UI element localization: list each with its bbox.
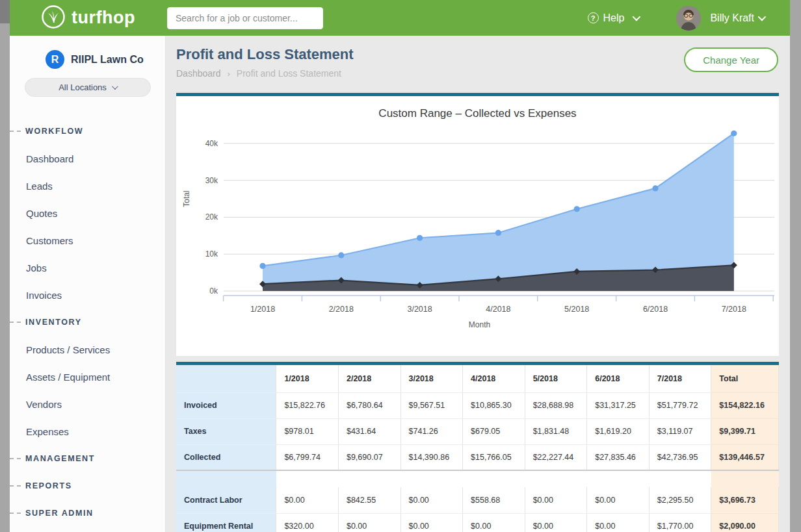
sidebar-item-quotes[interactable]: Quotes [10, 199, 165, 227]
nav-label: Dashboard [26, 153, 73, 164]
nav-label: REPORTS [25, 481, 72, 490]
total-cell: $154,822.16 [711, 392, 779, 418]
value-cell: $679.05 [463, 418, 525, 444]
x-tick-label: 5/2018 [564, 305, 589, 314]
pl-table-card: 1/20182/20183/20184/20185/20186/20187/20… [176, 362, 779, 532]
sidebar-item-assets-equipment[interactable]: Assets / Equipment [10, 363, 165, 390]
y-tick-label: 30k [205, 176, 218, 185]
data-point-collected [731, 131, 737, 136]
series-area-collected [263, 133, 734, 291]
sidebar-item-expenses[interactable]: Expenses [10, 418, 165, 445]
value-cell: $741.26 [400, 418, 463, 444]
sidebar-item-jobs[interactable]: Jobs [10, 254, 165, 281]
total-cell: $2,090.00 [711, 513, 779, 532]
nav-label: SUPER ADMIN [25, 509, 94, 518]
company-header[interactable]: R RIIPL Lawn Co [46, 50, 165, 69]
app-logo[interactable]: turfhop [41, 5, 164, 32]
value-cell: $22,227.44 [525, 444, 587, 470]
value-cell: $3,119.07 [649, 418, 711, 444]
change-year-button[interactable]: Change Year [684, 47, 778, 72]
dashed-line-icon [10, 485, 21, 487]
spacer-cell [276, 470, 711, 487]
chart-title: Custom Range – Collected vs Expenses [176, 107, 779, 120]
sidebar-item-invoices[interactable]: Invoices [10, 281, 165, 309]
row-label: Invoiced [176, 392, 276, 418]
value-cell: $0.00 [276, 487, 339, 513]
scrollbar-thumb[interactable] [0, 0, 10, 23]
sidebar-section-workflow[interactable]: WORKFLOW [10, 118, 165, 145]
pl-table: 1/20182/20183/20184/20185/20186/20187/20… [176, 365, 779, 532]
column-header: 5/2018 [525, 365, 587, 392]
sidebar-section-reports[interactable]: REPORTS [10, 472, 165, 500]
value-cell: $2,295.50 [649, 487, 711, 513]
column-header: 2/2018 [338, 365, 400, 392]
value-cell: $842.55 [338, 487, 400, 513]
x-tick-label: 7/2018 [722, 305, 746, 314]
sidebar-item-products-services[interactable]: Products / Services [10, 336, 165, 363]
column-header: Total [711, 365, 779, 392]
column-header: 6/2018 [587, 365, 650, 392]
help-chevron-down-icon [633, 13, 641, 21]
breadcrumb-dashboard-link[interactable]: Dashboard [176, 68, 221, 79]
data-point-collected [417, 235, 423, 241]
value-cell: $0.00 [525, 487, 587, 513]
company-name: RIIPL Lawn Co [71, 54, 144, 66]
avatar[interactable] [676, 6, 701, 31]
table-row: Contract Labor$0.00$842.55$0.00$558.68$0… [176, 487, 779, 513]
right-scrollbar-gutter[interactable] [790, 0, 801, 532]
sidebar-item-customers[interactable]: Customers [10, 227, 165, 254]
sidebar-section-super-admin[interactable]: SUPER ADMIN [10, 500, 165, 527]
app-window: turfhop ? Help Billy Kraft [0, 0, 801, 532]
company-logo-badge: R [46, 50, 64, 69]
left-scrollbar-gutter[interactable] [0, 0, 10, 532]
nav-label: Vendors [26, 399, 62, 410]
breadcrumb-separator-icon: › [228, 69, 230, 79]
pl-area-chart: 0k10k20k30k40k50kTotal1/20182/20183/2018… [176, 122, 780, 364]
column-header: 4/2018 [463, 365, 525, 392]
value-cell: $6,799.74 [276, 444, 339, 470]
column-header: 3/2018 [400, 365, 463, 392]
y-tick-label: 0k [209, 286, 218, 296]
user-name[interactable]: Billy Kraft [710, 12, 754, 24]
search-input[interactable] [167, 7, 323, 29]
row-label: Contract Labor [176, 487, 276, 513]
sidebar: R RIIPL Lawn Co All Locations WORKFLOWDa… [10, 36, 166, 532]
x-tick-label: 6/2018 [643, 305, 668, 314]
page-header: Profit and Loss Statement Dashboard › Pr… [166, 36, 790, 93]
dashed-line-icon [10, 322, 21, 323]
value-cell: $6,780.64 [338, 392, 400, 418]
value-cell: $9,567.51 [400, 392, 463, 418]
sidebar-section-management[interactable]: MANAGEMENT [10, 445, 165, 472]
user-chevron-down-icon[interactable] [758, 13, 767, 21]
nav-label: MANAGEMENT [25, 454, 95, 463]
app-name: turfhop [72, 8, 135, 28]
column-header: 7/2018 [649, 365, 711, 392]
value-cell: $1,831.48 [525, 418, 587, 444]
nav-label: INVENTORY [25, 318, 82, 327]
value-cell: $0.00 [338, 513, 400, 532]
data-point-collected [259, 263, 265, 269]
help-menu[interactable]: ? Help [588, 12, 639, 24]
turfhop-grass-icon [41, 5, 66, 32]
value-cell: $0.00 [400, 513, 463, 532]
y-tick-label: 40k [205, 139, 218, 148]
value-cell: $28,688.98 [525, 392, 587, 418]
page-title: Profit and Loss Statement [176, 46, 354, 63]
value-cell: $1,619.20 [587, 418, 650, 444]
sidebar-item-vendors[interactable]: Vendors [10, 390, 165, 418]
sidebar-section-inventory[interactable]: INVENTORY [10, 309, 165, 336]
sidebar-item-leads[interactable]: Leads [10, 172, 165, 199]
location-filter-dropdown[interactable]: All Locations [25, 78, 151, 97]
breadcrumb-current: Profit and Loss Statement [237, 68, 341, 79]
spacer-cell [711, 470, 779, 487]
x-tick-label: 3/2018 [407, 305, 432, 314]
nav-label: Expenses [26, 426, 69, 437]
main-content: Profit and Loss Statement Dashboard › Pr… [166, 36, 790, 532]
total-cell: $9,399.71 [711, 418, 779, 444]
table-row: Collected$6,799.74$9,690.07$14,390.86$15… [176, 444, 779, 470]
sidebar-item-dashboard[interactable]: Dashboard [10, 145, 165, 172]
nav-label: Quotes [26, 208, 57, 219]
location-chevron-down-icon [112, 83, 118, 90]
table-row: Equipment Rental$320.00$0.00$0.00$0.00$0… [176, 513, 779, 532]
nav-label: Leads [26, 181, 53, 192]
